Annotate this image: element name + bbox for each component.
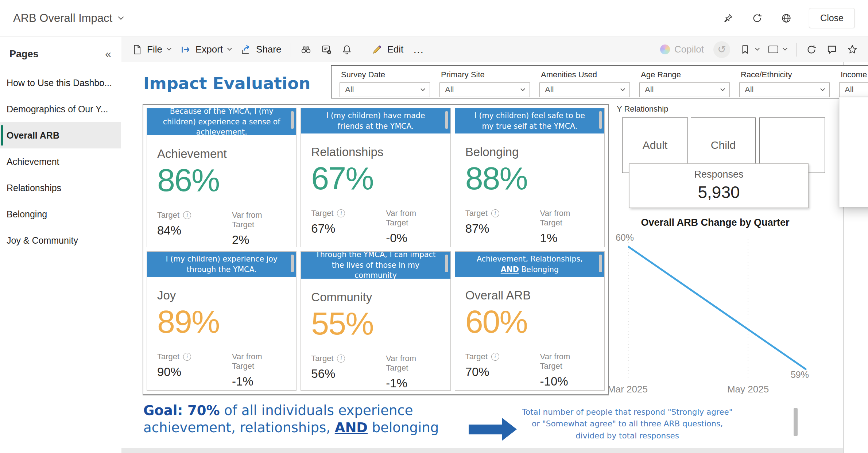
view-icon xyxy=(768,46,778,53)
data-label-end: 59% xyxy=(791,369,809,380)
sidebar-page-item[interactable]: How to Use this Dashbo... xyxy=(0,70,121,96)
filter-group: Age Range All xyxy=(639,69,730,94)
scrollbar-thumb[interactable] xyxy=(291,111,294,129)
binoculars-icon xyxy=(301,44,311,55)
filter-dropdown-panel[interactable] xyxy=(839,97,868,207)
info-icon[interactable]: i xyxy=(183,353,191,361)
x-tick-mar: Mar 2025 xyxy=(608,384,648,395)
variance-label: Var from Target xyxy=(540,352,594,371)
sidebar-page-item[interactable]: Demographics of Our Y... xyxy=(0,96,121,122)
target-value: 70% xyxy=(465,365,540,379)
subscribe-button[interactable] xyxy=(341,44,352,55)
refresh-icon[interactable] xyxy=(751,12,764,25)
report-switcher[interactable]: ARB Overall Impact xyxy=(13,12,123,25)
target-value: 56% xyxy=(311,367,386,381)
kpi-card-body: Joy 89% Target i 90% Var from Target xyxy=(147,277,296,390)
kpi-card[interactable]: Through the YMCA, I can impact the lives… xyxy=(301,251,450,391)
variance-label: Var from Target xyxy=(232,352,286,371)
kpi-card[interactable]: I (my children) have made friends at the… xyxy=(301,108,450,247)
scrollbar-thumb[interactable] xyxy=(599,111,602,129)
comment-icon xyxy=(826,44,837,55)
info-icon[interactable]: i xyxy=(337,209,345,217)
kpi-value: 89% xyxy=(157,303,286,340)
kpi-question-text: Because of the YMCA, I (my children) exp… xyxy=(160,108,283,138)
filter-bar: Survey Date All Primary Site All xyxy=(331,65,868,98)
filter-group: Primary Site All xyxy=(439,69,530,94)
responses-label: Responses xyxy=(629,169,808,180)
scrollbar-thumb[interactable] xyxy=(291,255,294,272)
scrollbar-thumb[interactable] xyxy=(445,111,448,129)
edit-button[interactable]: Edit xyxy=(372,44,403,55)
filter-dropdown[interactable]: All xyxy=(639,82,730,97)
export-menu[interactable]: Export xyxy=(180,44,231,55)
edit-label: Edit xyxy=(387,44,403,55)
chevron-down-icon xyxy=(520,86,525,91)
star-icon xyxy=(847,44,858,55)
pages-list: How to Use this Dashbo... Demographics o… xyxy=(0,70,121,253)
kpi-card[interactable]: Achievement, Relationships, AND Belongin… xyxy=(455,251,605,391)
filter-dropdown[interactable]: All xyxy=(839,82,868,97)
filter-label: Survey Date xyxy=(341,70,430,80)
globe-icon[interactable] xyxy=(780,12,793,25)
view-menu[interactable] xyxy=(768,46,787,53)
sidebar-page-label: How to Use this Dashbo... xyxy=(7,78,112,88)
refresh-visuals-button[interactable] xyxy=(806,44,817,55)
goal-note: Total number of people that respond "Str… xyxy=(522,406,733,442)
chat-in-teams-button[interactable] xyxy=(321,44,332,55)
more-options-button[interactable]: … xyxy=(413,43,425,56)
copilot-button[interactable]: Copilot xyxy=(660,44,704,55)
filter-label: Race/Ethnicity xyxy=(741,70,830,80)
info-icon[interactable]: i xyxy=(491,209,499,217)
pin-icon[interactable] xyxy=(721,12,735,25)
sidebar-page-label: Overall ARB xyxy=(7,130,59,141)
chat-in-teams-icon xyxy=(321,44,332,55)
bookmarks-menu[interactable] xyxy=(740,44,759,55)
horizontal-scroll-area[interactable] xyxy=(121,448,843,453)
info-icon[interactable]: i xyxy=(337,355,345,363)
info-icon[interactable]: i xyxy=(491,353,499,361)
close-button[interactable]: Close xyxy=(809,8,855,28)
filter-group: Race/Ethnicity All xyxy=(739,69,830,94)
sidebar-page-item[interactable]: Relationships xyxy=(0,175,121,201)
scrollbar-thumb[interactable] xyxy=(599,255,602,272)
target-value: 84% xyxy=(157,224,232,237)
filter-label: Age Range xyxy=(641,70,730,80)
comments-button[interactable] xyxy=(826,44,837,55)
responses-card[interactable]: Responses 5,930 xyxy=(629,163,809,208)
page-title: Impact Evaluation xyxy=(143,74,310,93)
sidebar-page-item[interactable]: Joy & Community xyxy=(0,227,121,253)
kpi-target-label-row: Target i xyxy=(311,209,386,218)
filter-dropdown[interactable]: All xyxy=(340,82,430,97)
variance-label: Var from Target xyxy=(386,354,440,373)
sidebar-page-item[interactable]: Achievement xyxy=(0,148,121,175)
filter-dropdown[interactable]: All xyxy=(539,82,630,97)
kpi-question-header: Through the YMCA, I can impact the lives… xyxy=(301,252,450,279)
share-button[interactable]: Share xyxy=(241,44,281,55)
sidebar-page-item[interactable]: Overall ARB xyxy=(0,122,121,148)
kpi-card[interactable]: Because of the YMCA, I (my children) exp… xyxy=(147,108,297,247)
file-menu[interactable]: File xyxy=(132,44,171,55)
filter-dropdown[interactable]: All xyxy=(739,82,830,97)
kpi-card-body: Relationships 67% Target i 67% Var from … xyxy=(301,133,450,247)
scrollbar-thumb[interactable] xyxy=(794,408,798,436)
chevron-down-icon xyxy=(421,86,425,91)
collapse-pane-icon[interactable]: « xyxy=(105,48,111,60)
filter-dropdown[interactable]: All xyxy=(439,82,530,97)
target-label: Target xyxy=(157,352,179,361)
kpi-card[interactable]: I (my children) experience joy through t… xyxy=(147,251,297,391)
toolbar-divider xyxy=(362,43,362,57)
kpi-target-label-row: Target i xyxy=(465,352,540,361)
target-value: 90% xyxy=(157,365,232,379)
x-tick-may: May 2025 xyxy=(727,384,769,395)
info-icon[interactable]: i xyxy=(183,211,191,219)
arb-change-line-chart[interactable]: 60% 59% Mar 2025 May 2025 xyxy=(606,212,825,401)
pages-sidebar: Pages « How to Use this Dashbo... Demogr… xyxy=(0,37,121,453)
kpi-card-body: Overall ARB 60% Target i 70% Var from Ta… xyxy=(455,277,604,390)
favorite-button[interactable] xyxy=(847,44,858,55)
kpi-target-label-row: Target i xyxy=(157,210,232,220)
scrollbar-thumb[interactable] xyxy=(445,255,448,272)
filter-label: Income xyxy=(841,70,868,80)
kpi-card[interactable]: I (my children) feel safe to be my true … xyxy=(455,108,605,247)
sidebar-page-item[interactable]: Belonging xyxy=(0,201,121,227)
explore-button[interactable] xyxy=(301,44,311,55)
